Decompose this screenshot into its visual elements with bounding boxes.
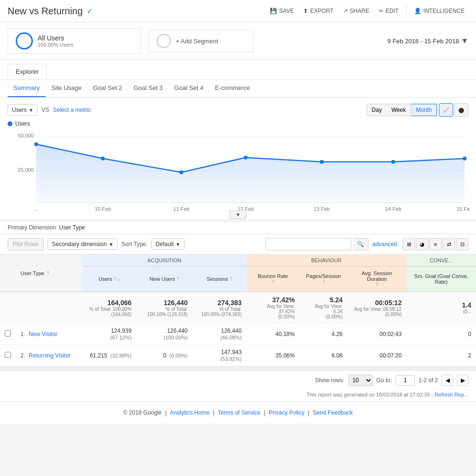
totals-label-cell <box>16 292 82 324</box>
analytics-home-link[interactable]: Analytics Home <box>170 409 209 416</box>
conversions-section-header: Conve... <box>407 255 476 267</box>
add-segment-button[interactable]: + Add Segment <box>149 30 253 52</box>
segments-area: All Users 100.00% Users + Add Segment 9 … <box>0 22 476 60</box>
explorer-section: Explorer Summary Site Usage Goal Set 2 G… <box>0 60 476 98</box>
users-sort-icon[interactable]: ↓ <box>118 277 120 282</box>
new-users-col-header[interactable]: New Users ? <box>136 267 192 292</box>
page-title: New vs Returning ✓ <box>8 6 266 17</box>
show-rows-select[interactable]: 10 25 50 100 <box>348 375 373 386</box>
next-page-button[interactable]: ▶ <box>457 375 468 386</box>
totals-avg-session-cell: 00:05:12 Avg for View: 00:05:12 (0.00%) <box>347 292 407 324</box>
totals-row: 164,066 % of Total: 100.00% (164,066) 12… <box>0 292 476 324</box>
export-button[interactable]: ⬆ EXPORT <box>299 5 337 17</box>
svg-text:15 Feb: 15 Feb <box>456 206 469 212</box>
terms-of-service-link[interactable]: Terms of Service <box>218 409 260 416</box>
page-info: 1-2 of 2 <box>418 377 438 384</box>
behaviour-section-header: Behaviour <box>247 255 407 267</box>
svg-point-6 <box>34 142 38 146</box>
table-view-pivot-button[interactable]: ⊡ <box>456 238 468 250</box>
smart-goal-col-header[interactable]: Sm. Goal (Goal Conve. Rate) <box>407 267 476 292</box>
new-users-help-icon[interactable]: ? <box>177 277 179 282</box>
totals-sessions-cell: 274,383 % of Total: 100.00% (274,383) <box>192 292 246 324</box>
tab-goal-set-2[interactable]: Goal Set 2 <box>87 79 128 97</box>
primary-dimension: Primary Dimension: User Type <box>0 221 476 234</box>
time-month-button[interactable]: Month <box>411 104 437 116</box>
vs-label: VS <box>41 107 49 113</box>
chart-pie-button[interactable]: ⬤ <box>454 103 468 117</box>
advanced-link[interactable]: advanced <box>372 241 397 248</box>
sessions-help-icon[interactable]: ? <box>229 277 232 282</box>
table-row: 1. New Visitor 124,939 (67.12%) 126,440 … <box>0 324 476 345</box>
segment-circle <box>16 32 33 50</box>
share-button[interactable]: ↗ SHARE <box>339 5 373 17</box>
new-visitor-link[interactable]: New Visitor <box>29 331 57 337</box>
select-metric-link[interactable]: Select a metric <box>53 107 90 113</box>
users-help-icon[interactable]: ? <box>114 277 117 282</box>
checkbox-header <box>0 255 16 292</box>
row2-checkbox[interactable] <box>5 352 11 358</box>
totals-bounce-cell: 37.42% Avg for View: 37.42% (0.00%) <box>247 292 300 324</box>
export-icon: ⬆ <box>303 8 308 14</box>
sort-type-dropdown[interactable]: Default ▼ <box>151 238 185 250</box>
pagination-row: Show rows: 10 25 50 100 Go to: 1-2 of 2 … <box>0 370 476 390</box>
tab-goal-set-4[interactable]: Goal Set 4 <box>169 79 209 97</box>
plot-rows-button[interactable]: Plot Rows <box>8 238 44 250</box>
time-day-button[interactable]: Day <box>367 104 387 116</box>
refresh-link[interactable]: Refresh Rep... <box>435 392 468 397</box>
returning-visitor-link[interactable]: Returning Visitor <box>29 352 71 359</box>
date-range-text: 9 Feb 2018 - 15 Feb 2018 <box>387 38 459 45</box>
svg-text:10 Feb: 10 Feb <box>95 206 111 212</box>
svg-text:11 Feb: 11 Feb <box>173 206 189 212</box>
chart-svg: 50,000 25,000 <box>8 129 469 212</box>
explorer-tab[interactable]: Explorer <box>8 64 47 79</box>
chart-area: Users ▼ VS Select a metric Day Week Mont… <box>0 98 476 219</box>
pages-session-col-header[interactable]: Pages/Session ? <box>299 267 347 292</box>
search-input[interactable] <box>266 238 351 250</box>
sessions-col-header[interactable]: Sessions ? <box>192 267 246 292</box>
edit-button[interactable]: ✏ EDIT <box>375 5 402 17</box>
metric-selector[interactable]: Users ▼ <box>8 104 38 116</box>
intelligence-button[interactable]: 👤 INTELLIGENCE <box>410 5 468 17</box>
data-table: User Type ? Acquisition Behaviour Conve.… <box>0 255 476 367</box>
table-view-pie-button[interactable]: ◕ <box>416 238 428 250</box>
svg-text:13 Feb: 13 Feb <box>314 206 330 212</box>
tab-summary[interactable]: Summary <box>8 79 46 97</box>
avg-session-col-header[interactable]: Avg. Session Duration ? <box>347 267 407 292</box>
privacy-policy-link[interactable]: Privacy Policy <box>269 409 305 416</box>
sort-arrow-icon: ▼ <box>176 242 180 247</box>
report-generated: This report was generated on 16/02/2018 … <box>0 390 476 401</box>
user-type-help-icon[interactable]: ? <box>47 271 50 276</box>
user-type-header: User Type ? <box>16 255 82 292</box>
row1-checkbox[interactable] <box>5 330 11 337</box>
send-feedback-link[interactable]: Send Feedback <box>313 409 353 416</box>
prev-page-button[interactable]: ◀ <box>442 375 453 386</box>
tab-site-usage[interactable]: Site Usage <box>46 79 88 97</box>
table-scroll-bar[interactable] <box>0 367 476 370</box>
svg-point-10 <box>320 160 324 164</box>
share-icon: ↗ <box>343 8 348 14</box>
users-col-header[interactable]: Users ? ↓ <box>82 267 136 292</box>
expand-chart-button[interactable]: ▼ <box>229 210 247 219</box>
goto-input[interactable] <box>396 375 415 386</box>
chart-line-button[interactable]: 📈 <box>439 103 453 117</box>
save-button[interactable]: 💾 SAVE <box>266 5 298 17</box>
pages-session-help-icon[interactable]: ? <box>322 279 325 285</box>
secondary-dimension-dropdown[interactable]: Secondary dimension ▼ <box>48 238 118 250</box>
bounce-rate-help-icon[interactable]: ? <box>272 279 275 285</box>
table-view-compare-button[interactable]: ⇄ <box>443 238 455 250</box>
table-row: 2. Returning Visitor 61,215 (32.88%) 0 (… <box>0 345 476 367</box>
totals-users-cell: 164,066 % of Total: 100.00% (164,066) <box>82 292 136 324</box>
bounce-rate-col-header[interactable]: Bounce Rate ? <box>247 267 300 292</box>
table-view-grid-button[interactable]: ⊞ <box>403 238 415 250</box>
data-table-container: User Type ? Acquisition Behaviour Conve.… <box>0 255 476 367</box>
chart-legend: Users <box>8 120 468 127</box>
tab-goal-set-3[interactable]: Goal Set 3 <box>128 79 169 97</box>
search-button[interactable]: 🔍 <box>353 238 368 250</box>
time-week-button[interactable]: Week <box>387 104 411 116</box>
segment-all-users[interactable]: All Users 100.00% Users <box>8 28 141 54</box>
tab-ecommerce[interactable]: E-commerce <box>209 79 256 97</box>
date-range[interactable]: 9 Feb 2018 - 15 Feb 2018 ▼ <box>387 37 468 45</box>
table-view-bar-button[interactable]: ≡ <box>429 238 442 250</box>
avg-session-help-icon[interactable]: ? <box>376 282 378 288</box>
table-toolbar: Plot Rows Secondary dimension ▼ Sort Typ… <box>0 234 476 255</box>
